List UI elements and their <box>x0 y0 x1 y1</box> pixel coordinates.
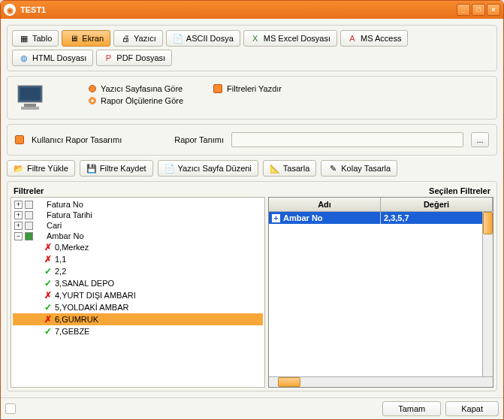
yazici-button[interactable]: 🖨Yazıcı <box>113 30 163 47</box>
check-icon <box>15 135 24 144</box>
vertical-scrollbar[interactable] <box>482 212 493 376</box>
grid-header: Adı Değeri <box>269 198 493 212</box>
tree-leaf[interactable]: ✓7,GEBZE <box>13 325 263 337</box>
expand-icon[interactable] <box>14 222 23 230</box>
wand-icon: ✎ <box>327 163 338 174</box>
output-toolbar: ▦Tablo 🖥Ekran 🖨Yazıcı 📄ASCII Dosya XMS E… <box>7 25 497 71</box>
file-icon: 📄 <box>173 33 183 44</box>
col-name: Adı <box>269 198 381 211</box>
selected-filters-panel: Adı Değeri +Ambar No 2,3,5,7 <box>268 197 493 388</box>
selected-filters-title: Seçilen Filtreler <box>429 186 490 195</box>
minimize-button[interactable]: _ <box>457 4 470 16</box>
radio-dot-icon <box>89 85 96 92</box>
tree-leaf[interactable]: ✗0,Merkez <box>13 241 263 253</box>
load-filter-button[interactable]: 📂Filtre Yükle <box>7 160 75 177</box>
measure-radio[interactable]: Rapor Ölçülerine Göre <box>89 96 183 105</box>
page-icon: 📄 <box>164 163 175 174</box>
tree-node[interactable]: Ambar No <box>13 231 263 241</box>
tree-leaf[interactable]: ✓2,2 <box>13 265 263 277</box>
corner-handle <box>5 403 16 414</box>
col-value: Değeri <box>381 198 493 211</box>
maximize-button[interactable]: □ <box>472 4 485 16</box>
tree-leaf[interactable]: ✗6,GUMRUK <box>13 313 263 325</box>
svg-rect-1 <box>20 88 40 100</box>
horizontal-scrollbar[interactable] <box>269 376 493 387</box>
access-button[interactable]: AMS Access <box>340 30 408 47</box>
globe-icon: ◍ <box>19 53 29 63</box>
excel-icon: X <box>250 33 261 44</box>
close-button[interactable]: × <box>487 4 500 16</box>
tree-leaf[interactable]: ✓3,SANAL DEPO <box>13 277 263 289</box>
cross-icon: ✗ <box>44 290 53 301</box>
save-filter-button[interactable]: 💾Filtre Kaydet <box>80 160 153 177</box>
check-icon: ✓ <box>44 278 53 289</box>
tree-leaf[interactable]: ✗1,1 <box>13 253 263 265</box>
filters-title: Filtreler <box>14 186 44 195</box>
tree-node[interactable]: Fatura Tarihi <box>13 210 263 220</box>
tablo-button[interactable]: ▦Tablo <box>12 30 59 47</box>
svg-rect-3 <box>21 107 39 110</box>
access-icon: A <box>347 33 358 44</box>
titlebar: ◉ TEST1 _ □ × <box>1 1 503 19</box>
collapse-icon[interactable] <box>14 232 23 240</box>
filter-actions: 📂Filtre Yükle 💾Filtre Kaydet 📄Yazıcı Say… <box>7 160 497 177</box>
check-icon: ✓ <box>44 326 53 337</box>
check-icon <box>213 84 222 93</box>
report-definition-panel: Kullanıcı Rapor Tasarımı Rapor Tanımı ..… <box>7 124 497 156</box>
cross-icon: ✗ <box>44 314 53 325</box>
html-button[interactable]: ◍HTML Dosyası <box>12 50 93 66</box>
ekran-button[interactable]: 🖥Ekran <box>62 30 110 47</box>
save-icon: 💾 <box>86 163 97 174</box>
app-window: ◉ TEST1 _ □ × ▦Tablo 🖥Ekran 🖨Yazıcı 📄ASC… <box>0 0 504 420</box>
ascii-button[interactable]: 📄ASCII Dosya <box>166 30 240 47</box>
pdf-button[interactable]: PPDF Dosyası <box>96 50 172 66</box>
filters-panel: Filtreler Seçilen Filtreler Fatura No Fa… <box>7 181 497 391</box>
cross-icon: ✗ <box>44 254 53 264</box>
node-checkbox[interactable] <box>25 211 33 219</box>
definition-label: Rapor Tanımı <box>174 135 224 144</box>
grid-body[interactable]: +Ambar No 2,3,5,7 <box>269 212 493 376</box>
print-options-panel: Yazıcı Sayfasına Göre Rapor Ölçülerine G… <box>7 76 497 119</box>
screen-icon: 🖥 <box>68 33 79 44</box>
selected-grid[interactable]: Adı Değeri +Ambar No 2,3,5,7 <box>268 197 493 388</box>
pdf-icon: P <box>103 53 113 63</box>
page-layout-button[interactable]: 📄Yazıcı Sayfa Düzeni <box>158 160 258 177</box>
tree-leaf[interactable]: ✓5,YOLDAKİ AMBAR <box>13 301 263 313</box>
svg-rect-2 <box>24 104 36 107</box>
ruler-icon: 📐 <box>270 163 280 174</box>
definition-input[interactable] <box>231 132 463 147</box>
easy-design-button[interactable]: ✎Kolay Tasarla <box>321 160 397 177</box>
page-radio[interactable]: Yazıcı Sayfasına Göre <box>89 84 183 93</box>
folder-open-icon: 📂 <box>14 163 24 174</box>
expand-icon[interactable] <box>14 201 23 209</box>
ok-button[interactable]: Tamam <box>382 401 441 416</box>
footer: Tamam Kapat <box>1 397 503 419</box>
monitor-icon <box>15 84 45 111</box>
tree-node[interactable]: Fatura No <box>13 199 263 210</box>
tree-node[interactable]: Cari <box>13 220 263 231</box>
table-icon: ▦ <box>19 33 29 44</box>
app-icon: ◉ <box>4 4 16 16</box>
excel-button[interactable]: XMS Excel Dosyası <box>243 30 337 47</box>
cross-icon: ✗ <box>44 242 53 252</box>
filter-tree[interactable]: Fatura No Fatura Tarihi Cari Ambar No ✗0… <box>11 197 265 388</box>
browse-button[interactable]: ... <box>471 132 489 147</box>
printer-icon: 🖨 <box>120 33 131 44</box>
window-title: TEST1 <box>20 5 457 14</box>
grid-row[interactable]: +Ambar No 2,3,5,7 <box>269 212 493 224</box>
tree-leaf[interactable]: ✗4,YURT DIŞI AMBARI <box>13 289 263 301</box>
radio-dot-icon <box>89 97 96 104</box>
check-icon: ✓ <box>44 266 53 276</box>
print-filters-checkbox[interactable]: Filtreleri Yazdır <box>213 84 282 93</box>
expand-row-icon[interactable]: + <box>272 214 280 222</box>
close-dialog-button[interactable]: Kapat <box>445 401 499 416</box>
node-checkbox[interactable] <box>25 232 33 240</box>
user-design-label: Kullanıcı Rapor Tasarımı <box>32 135 122 144</box>
node-checkbox[interactable] <box>25 222 33 230</box>
node-checkbox[interactable] <box>25 201 33 209</box>
expand-icon[interactable] <box>14 211 23 219</box>
design-button[interactable]: 📐Tasarla <box>263 160 316 177</box>
check-icon: ✓ <box>44 302 53 313</box>
